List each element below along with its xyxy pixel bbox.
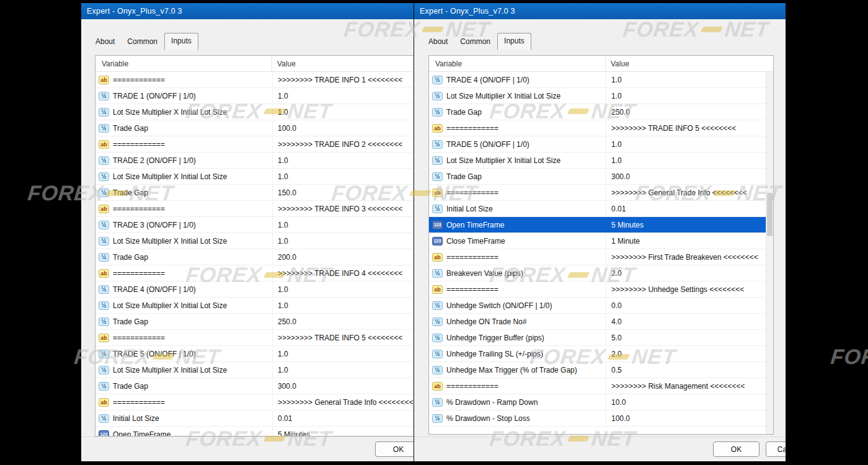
table-row[interactable]: ½TRADE 4 (ON/OFF | 1/0)1.0 xyxy=(429,72,773,88)
column-header-variable[interactable]: Variable xyxy=(429,56,606,71)
table-row[interactable]: ½Lot Size Multiplier X Initial Lot Size1… xyxy=(95,362,418,378)
dialog-titlebar[interactable]: Expert - Onyx_Plus_v7.0 3 xyxy=(81,3,418,19)
cancel-button[interactable]: Cancel xyxy=(766,441,786,457)
column-header-variable[interactable]: Variable xyxy=(95,56,272,71)
value-cell[interactable]: >>>>>>>> TRADE INFO 3 <<<<<<<< xyxy=(272,201,418,216)
table-row[interactable]: ½Lot Size Multiplier X Initial Lot Size1… xyxy=(95,233,418,249)
value-cell[interactable]: 1.0 xyxy=(272,104,418,120)
table-row[interactable]: ½% Drawdown - Stop Loss100.0 xyxy=(429,410,773,427)
table-row[interactable]: ½TRADE 1 (ON/OFF | 1/0)1.0 xyxy=(95,88,418,104)
table-row[interactable]: ab============>>>>>>>> TRADE INFO 4 <<<<… xyxy=(95,265,418,281)
value-cell[interactable]: 1.0 xyxy=(606,153,773,168)
value-cell[interactable]: >>>>>>>> TRADE INFO 2 <<<<<<<< xyxy=(272,136,418,152)
value-cell[interactable]: 200.0 xyxy=(272,249,418,265)
value-cell[interactable]: 0.0 xyxy=(606,298,773,313)
value-cell[interactable]: 4.0 xyxy=(606,314,773,329)
table-row[interactable]: ½Trade Gap250.0 xyxy=(95,314,418,330)
table-row[interactable]: ½Lot Size Multiplier X Initial Lot Size1… xyxy=(95,104,418,120)
table-row[interactable]: ab============>>>>>>>> General Trade Inf… xyxy=(429,185,773,201)
table-row[interactable]: ½Trade Gap300.0 xyxy=(95,378,418,394)
table-row[interactable]: ½Unhedge ON Trade No#4.0 xyxy=(429,314,773,330)
table-row[interactable]: ½Breakeven Value (pips)2.0 xyxy=(429,265,773,281)
value-cell[interactable]: >>>>>>>> Unhedge Settings <<<<<<<< xyxy=(606,281,773,297)
value-cell[interactable]: 1.0 xyxy=(272,88,418,104)
value-cell[interactable]: 100.0 xyxy=(272,120,418,136)
table-row[interactable]: ½TRADE 2 (ON/OFF | 1/0)1.0 xyxy=(95,153,418,169)
value-cell[interactable]: 5.0 xyxy=(606,330,773,345)
table-row[interactable]: ab============>>>>>>>> TRADE INFO 3 <<<<… xyxy=(95,201,418,217)
table-row[interactable]: ab============>>>>>>>> TRADE INFO 2 <<<<… xyxy=(95,136,418,153)
value-cell[interactable]: 1.0 xyxy=(272,217,418,232)
value-cell[interactable]: 1.0 xyxy=(272,233,418,249)
table-row[interactable]: ½TRADE 4 (ON/OFF | 1/0)1.0 xyxy=(95,281,418,298)
value-cell[interactable]: 1.0 xyxy=(606,72,773,87)
value-cell[interactable]: 1.0 xyxy=(272,281,418,297)
value-cell[interactable]: 100.0 xyxy=(606,410,773,426)
value-cell[interactable]: >>>>>>>> General Trade Info <<<<<<<< xyxy=(272,394,418,410)
value-cell[interactable]: >>>>>>>> TRADE INFO 5 <<<<<<<< xyxy=(272,330,418,345)
table-row[interactable]: ab============>>>>>>>> General Trade Inf… xyxy=(95,394,418,410)
table-row[interactable]: ½Trade Gap150.0 xyxy=(95,185,418,201)
value-cell[interactable]: 2.0 xyxy=(606,265,773,281)
table-row[interactable]: ½Trade Gap300.0 xyxy=(429,169,773,185)
value-cell[interactable]: >>>>>>>> Risk Management <<<<<<<< xyxy=(606,378,773,394)
table-row[interactable]: ab============>>>>>>>> TRADE INFO 5 <<<<… xyxy=(95,330,418,346)
table-row[interactable]: ab============>>>>>>>> TRADE INFO 5 <<<<… xyxy=(429,120,773,136)
value-cell[interactable]: >>>>>>>> TRADE INFO 5 <<<<<<<< xyxy=(606,120,773,136)
value-cell[interactable]: 1.0 xyxy=(272,362,418,378)
table-row[interactable]: ½Trade Gap200.0 xyxy=(95,249,418,265)
tab-common[interactable]: Common xyxy=(122,35,163,49)
value-cell[interactable]: 2.0 xyxy=(606,346,773,361)
table-row[interactable]: ½Unhedge Max Trigger (% of Trade Gap)0.5 xyxy=(429,362,773,378)
value-cell[interactable]: 0.01 xyxy=(606,201,773,216)
column-header-value[interactable]: Value xyxy=(606,56,773,71)
table-row[interactable]: 123Close TimeFrame1 Minute xyxy=(429,233,773,249)
value-cell[interactable]: >>>>>>>> TRADE INFO 1 <<<<<<<< xyxy=(272,72,418,87)
value-cell[interactable]: 250.0 xyxy=(272,314,418,329)
table-row[interactable]: ½Initial Lot Size0.01 xyxy=(429,201,773,217)
value-cell[interactable]: 1.0 xyxy=(606,136,773,152)
dialog-titlebar[interactable]: Expert - Onyx_Plus_v7.0 3 xyxy=(414,3,786,19)
value-cell[interactable]: 1.0 xyxy=(606,88,773,104)
tab-common[interactable]: Common xyxy=(454,35,496,49)
table-row[interactable]: ½TRADE 3 (ON/OFF | 1/0)1.0 xyxy=(95,217,418,233)
tab-inputs[interactable]: Inputs xyxy=(164,33,198,50)
value-cell[interactable]: >>>>>>>> TRADE INFO 4 <<<<<<<< xyxy=(272,265,418,281)
table-row[interactable]: ab============>>>>>>>> Risk Management <… xyxy=(429,378,773,394)
table-row[interactable]: ab============>>>>>>>> Unhedge Settings … xyxy=(429,281,773,298)
table-row[interactable]: ½Lot Size Multiplier X Initial Lot Size1… xyxy=(95,298,418,314)
value-cell[interactable]: 300.0 xyxy=(272,378,418,394)
value-cell[interactable]: 1 Minute xyxy=(606,233,773,249)
value-cell[interactable]: 250.0 xyxy=(606,104,773,120)
table-row[interactable]: ½Unhedge Trailing SL (+/-pips)2.0 xyxy=(429,346,773,362)
value-cell[interactable]: 1.0 xyxy=(272,169,418,184)
table-row[interactable]: ½Trade Gap100.0 xyxy=(95,120,418,136)
value-cell[interactable]: 300.0 xyxy=(606,169,773,184)
table-row[interactable]: ½Lot Size Multiplier X Initial Lot Size1… xyxy=(429,88,773,104)
value-cell[interactable]: >>>>>>>> First Trade Breakeven <<<<<<<< xyxy=(606,249,773,265)
table-row[interactable]: ½Unhedge Trigger Buffer (pips)5.0 xyxy=(429,330,773,346)
table-row[interactable]: 123Open TimeFrame5 Minutes xyxy=(429,217,773,233)
value-cell[interactable]: 0.01 xyxy=(272,410,418,426)
table-row[interactable]: ½Initial Lot Size0.01 xyxy=(95,410,418,427)
table-row[interactable]: ½TRADE 5 (ON/OFF | 1/0)1.0 xyxy=(95,346,418,362)
value-cell[interactable]: 1.0 xyxy=(272,346,418,361)
value-cell[interactable]: 1.0 xyxy=(272,298,418,313)
table-row[interactable]: ½% Drawdown - Ramp Down10.0 xyxy=(429,394,773,410)
table-row[interactable]: ½Trade Gap250.0 xyxy=(429,104,773,120)
table-row[interactable]: ab============>>>>>>>> First Trade Break… xyxy=(429,249,773,265)
value-cell[interactable]: 0.5 xyxy=(606,362,773,378)
value-cell[interactable]: 5 Minutes xyxy=(606,217,773,232)
table-row[interactable]: 123Open TimeFrame5 Minutes xyxy=(95,427,418,436)
value-cell[interactable]: 10.0 xyxy=(606,394,773,410)
table-row[interactable]: ½Lot Size Multiplier X Initial Lot Size1… xyxy=(95,169,418,185)
tab-about[interactable]: About xyxy=(90,35,120,49)
value-cell[interactable]: 5 Minutes xyxy=(272,427,418,436)
ok-button[interactable]: OK xyxy=(375,441,418,457)
table-row[interactable]: ab============>>>>>>>> TRADE INFO 1 <<<<… xyxy=(95,72,418,88)
table-row[interactable]: ½Unhedge Switch (ON/OFF | 1/0)0.0 xyxy=(429,298,773,314)
column-header-value[interactable]: Value xyxy=(272,56,418,71)
scrollbar-thumb[interactable] xyxy=(767,193,773,236)
value-cell[interactable]: 150.0 xyxy=(272,185,418,200)
ok-button[interactable]: OK xyxy=(713,441,760,457)
